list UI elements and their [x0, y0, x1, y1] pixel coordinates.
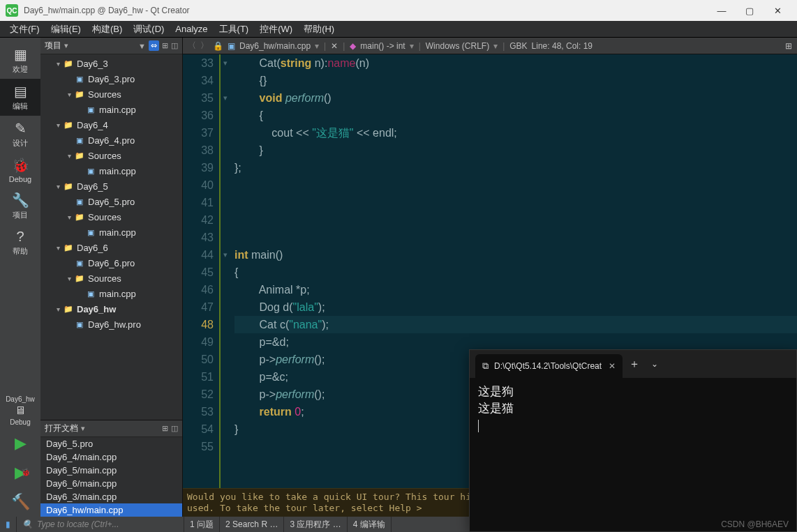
tree-node[interactable]: ▾📁Day6_6: [40, 240, 182, 255]
open-doc-item[interactable]: Day6_hw/main.cpp: [40, 503, 182, 517]
menu-item[interactable]: 控件(W): [254, 21, 298, 38]
mode-projects[interactable]: 🔧项目: [0, 188, 40, 225]
build-button[interactable]: 🔨: [0, 487, 40, 517]
menu-bar: 文件(F)编辑(E)构建(B)调试(D)Analyze工具(T)控件(W)帮助(…: [0, 21, 797, 38]
watermark: CSDN @BH6AEV: [721, 519, 789, 529]
close-button[interactable]: ✕: [764, 0, 791, 21]
tree-node[interactable]: ▣main.cpp: [40, 286, 182, 301]
menu-item[interactable]: 构建(B): [87, 21, 128, 38]
side-panel: 项目 ▾ ▼ ⇔ ⊞ ◫ ▾📁Day6_3▣Day6_3.pro▾📁Source…: [40, 38, 183, 517]
line-ending-selector[interactable]: Windows (CRLF): [426, 41, 489, 51]
terminal-icon: ⧉: [482, 360, 489, 372]
run-button[interactable]: ▶: [0, 429, 40, 458]
lock-icon[interactable]: 🔒: [213, 41, 223, 51]
tree-node[interactable]: ▣main.cpp: [40, 163, 182, 178]
output-pane-tab[interactable]: 3 应用程序 …: [284, 517, 347, 532]
mode-welcome[interactable]: ▦欢迎: [0, 42, 40, 79]
open-doc-item[interactable]: Day6_6/main.cpp: [40, 477, 182, 490]
editor-file-label[interactable]: Day6_hw/main.cpp: [239, 41, 311, 51]
mode-help[interactable]: ?帮助: [0, 225, 40, 261]
kit-target[interactable]: Day6_hw 🖥 Debug: [6, 393, 35, 429]
tree-node[interactable]: ▾📁Day6_3: [40, 56, 182, 71]
terminal-tab[interactable]: ⧉ D:\Qt\Qt5.14.2\Tools\QtCreat ✕: [475, 354, 623, 378]
cursor-position: Line: 48, Col: 19: [532, 41, 593, 51]
open-doc-item[interactable]: Day6_5/main.cpp: [40, 464, 182, 477]
maximize-button[interactable]: ▢: [736, 0, 764, 21]
window-title: Day6_hw/main.cpp @ Day6_hw - Qt Creator: [24, 6, 708, 15]
menu-item[interactable]: 编辑(E): [45, 21, 87, 38]
terminal-tab-title: D:\Qt\Qt5.14.2\Tools\QtCreat: [494, 361, 602, 371]
split-icon[interactable]: ◫: [171, 41, 178, 50]
symbol-marker-icon: ◆: [350, 41, 356, 51]
encoding-label[interactable]: GBK: [509, 41, 527, 51]
locator-input[interactable]: 🔍Type to locate (Ctrl+...: [17, 517, 184, 532]
dropdown-icon[interactable]: ▾: [81, 424, 85, 433]
mode-edit[interactable]: ▤编辑: [0, 79, 40, 116]
nav-forward-icon[interactable]: 〉: [200, 40, 209, 52]
editor-toolbar: 〈 〉 🔒 ▣ Day6_hw/main.cpp ▾ | ✕ | ◆ main(…: [183, 38, 797, 54]
tree-node[interactable]: ▾📁Day6_4: [40, 117, 182, 132]
open-doc-item[interactable]: Day6_5.pro: [40, 437, 182, 450]
menu-item[interactable]: Analyze: [170, 22, 213, 36]
open-docs-title: 打开文档: [45, 423, 78, 434]
open-docs-header: 打开文档 ▾ ⊞ ◫: [40, 420, 182, 437]
project-tree[interactable]: ▾📁Day6_3▣Day6_3.pro▾📁Sources▣main.cpp▾📁D…: [40, 54, 182, 420]
link-icon[interactable]: ⇔: [149, 40, 159, 51]
debug-run-button[interactable]: ▶🐞: [0, 458, 40, 487]
output-pane-tab[interactable]: 4 编译输: [348, 517, 392, 532]
projects-panel-header: 项目 ▾ ▼ ⇔ ⊞ ◫: [40, 38, 182, 54]
menu-item[interactable]: 文件(F): [4, 21, 45, 38]
terminal-window: ⧉ D:\Qt\Qt5.14.2\Tools\QtCreat ✕ ＋ ⌄ 这是狗…: [469, 349, 797, 532]
terminal-tab-bar: ⧉ D:\Qt\Qt5.14.2\Tools\QtCreat ✕ ＋ ⌄: [470, 350, 796, 378]
tree-node[interactable]: ▾📁Sources: [40, 209, 182, 225]
tree-node[interactable]: ▾📁Day6_hw: [40, 301, 182, 317]
split-editor-icon[interactable]: ⊞: [785, 41, 792, 51]
mode-design[interactable]: ✎设计: [0, 116, 40, 153]
projects-panel-title: 项目: [45, 40, 61, 52]
menu-item[interactable]: 帮助(H): [298, 21, 340, 38]
tree-node[interactable]: ▾📁Sources: [40, 86, 182, 102]
tree-node[interactable]: ▣Day6_3.pro: [40, 71, 182, 86]
open-doc-item[interactable]: Day6_3/main.cpp: [40, 490, 182, 503]
tree-node[interactable]: ▣Day6_hw.pro: [40, 317, 182, 332]
dropdown-icon[interactable]: ▾: [64, 41, 68, 50]
file-dropdown-icon[interactable]: ▾: [315, 41, 319, 51]
split-icon[interactable]: ⊞: [162, 424, 168, 433]
output-toggle-icon[interactable]: ▮: [0, 517, 17, 532]
menu-item[interactable]: 工具(T): [214, 21, 255, 38]
terminal-new-tab-button[interactable]: ＋: [623, 357, 646, 372]
nav-back-icon[interactable]: 〈: [188, 40, 196, 52]
tree-node[interactable]: ▾📁Sources: [40, 271, 182, 286]
tree-node[interactable]: ▣main.cpp: [40, 102, 182, 117]
mode-debug[interactable]: 🐞Debug: [0, 153, 40, 188]
file-icon: ▣: [228, 41, 235, 51]
window-titlebar: QC Day6_hw/main.cpp @ Day6_hw - Qt Creat…: [0, 0, 797, 21]
filter-icon[interactable]: ▼: [138, 42, 146, 50]
terminal-output[interactable]: 这是狗这是猫: [470, 378, 796, 531]
close-panel-icon[interactable]: ◫: [171, 424, 178, 433]
tree-node[interactable]: ▣main.cpp: [40, 225, 182, 240]
app-icon: QC: [6, 4, 18, 17]
add-icon[interactable]: ⊞: [162, 41, 168, 50]
tree-node[interactable]: ▣Day6_4.pro: [40, 132, 182, 148]
tree-node[interactable]: ▾📁Day6_5: [40, 178, 182, 194]
output-pane-tab[interactable]: 2 Search R …: [220, 517, 284, 532]
tree-node[interactable]: ▾📁Sources: [40, 148, 182, 163]
menu-item[interactable]: 调试(D): [128, 21, 170, 38]
close-file-icon[interactable]: ✕: [331, 41, 338, 51]
tree-node[interactable]: ▣Day6_6.pro: [40, 255, 182, 271]
open-documents-panel: 打开文档 ▾ ⊞ ◫ Day6_5.proDay6_4/main.cppDay6…: [40, 420, 182, 517]
output-pane-tab[interactable]: 1 问题: [184, 517, 220, 532]
mode-bar: ▦欢迎 ▤编辑 ✎设计 🐞Debug 🔧项目 ?帮助 Day6_hw 🖥 Deb…: [0, 38, 40, 517]
tree-node[interactable]: ▣Day6_5.pro: [40, 194, 182, 209]
open-doc-item[interactable]: Day6_4/main.cpp: [40, 450, 182, 464]
minimize-button[interactable]: ―: [708, 0, 736, 21]
symbol-dropdown-icon[interactable]: ▾: [410, 41, 414, 51]
terminal-dropdown-icon[interactable]: ⌄: [646, 359, 663, 369]
symbol-selector[interactable]: main() -> int: [360, 41, 405, 51]
terminal-tab-close-icon[interactable]: ✕: [609, 361, 616, 371]
